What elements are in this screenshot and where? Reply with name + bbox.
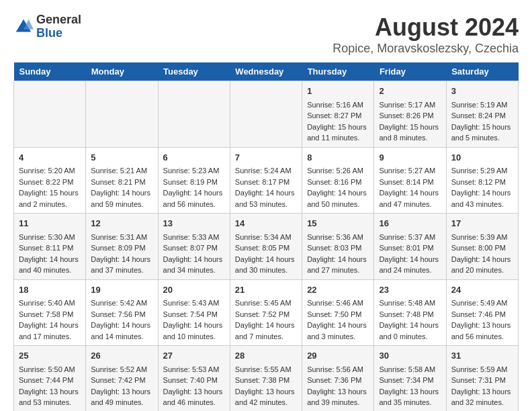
day-number: 28 [235, 349, 297, 363]
calendar-table: SundayMondayTuesdayWednesdayThursdayFrid… [13, 62, 519, 411]
day-info: and 47 minutes. [379, 199, 441, 210]
logo-blue: Blue [36, 27, 81, 40]
day-info: and 5 minutes. [451, 132, 513, 144]
day-info: Daylight: 14 hours [163, 254, 225, 265]
day-info: Sunset: 8:12 PM [451, 177, 513, 188]
calendar-cell: 4Sunrise: 5:20 AMSunset: 8:22 PMDaylight… [14, 147, 86, 214]
day-info: Sunset: 7:38 PM [235, 375, 297, 386]
day-info: Sunrise: 5:36 AM [307, 232, 369, 243]
day-info: and 42 minutes. [235, 397, 297, 408]
day-info: Sunset: 8:24 PM [451, 110, 513, 122]
calendar-cell: 15Sunrise: 5:36 AMSunset: 8:03 PMDayligh… [302, 214, 374, 280]
day-info: Sunset: 7:34 PM [379, 375, 441, 386]
day-info: Daylight: 15 hours [379, 122, 441, 133]
day-info: Sunset: 8:26 PM [379, 110, 441, 122]
day-info: Sunrise: 5:17 AM [379, 99, 441, 111]
day-info: Sunset: 8:05 PM [235, 242, 297, 254]
logo-text: General Blue [36, 13, 81, 40]
day-info: Sunrise: 5:46 AM [307, 298, 369, 309]
day-info: Sunrise: 5:58 AM [379, 364, 441, 375]
day-info: Daylight: 13 hours [235, 386, 297, 398]
page-header: General Blue August 2024 Ropice, Moravsk… [13, 13, 519, 56]
day-number: 18 [19, 283, 81, 297]
day-info: and 59 minutes. [91, 199, 152, 210]
day-number: 6 [163, 151, 225, 165]
day-info: Sunrise: 5:31 AM [91, 232, 152, 243]
day-number: 3 [451, 85, 513, 98]
title-block: August 2024 Ropice, Moravskoslezsky, Cze… [332, 13, 519, 56]
day-info: and 20 minutes. [451, 265, 513, 276]
calendar-cell: 9Sunrise: 5:27 AMSunset: 8:14 PMDaylight… [374, 147, 446, 214]
calendar-cell: 25Sunrise: 5:50 AMSunset: 7:44 PMDayligh… [14, 346, 86, 412]
calendar-cell: 3Sunrise: 5:19 AMSunset: 8:24 PMDaylight… [446, 81, 518, 148]
day-info: Daylight: 14 hours [451, 254, 513, 265]
day-info: Sunset: 7:54 PM [163, 309, 225, 320]
day-number: 22 [307, 283, 369, 297]
day-info: and 37 minutes. [91, 265, 152, 276]
day-info: Sunset: 7:31 PM [451, 375, 513, 386]
calendar-cell: 14Sunrise: 5:34 AMSunset: 8:05 PMDayligh… [230, 214, 302, 280]
col-header-tuesday: Tuesday [158, 62, 230, 81]
subtitle: Ropice, Moravskoslezsky, Czechia [332, 42, 519, 56]
day-info: and 34 minutes. [163, 265, 225, 276]
day-info: Daylight: 14 hours [379, 254, 441, 265]
calendar-cell: 23Sunrise: 5:48 AMSunset: 7:48 PMDayligh… [374, 279, 446, 346]
day-info: Daylight: 14 hours [91, 320, 152, 331]
day-info: Sunset: 7:58 PM [19, 309, 81, 320]
day-info: Daylight: 14 hours [307, 320, 369, 331]
day-info: Daylight: 14 hours [379, 320, 441, 331]
calendar-cell: 11Sunrise: 5:30 AMSunset: 8:11 PMDayligh… [14, 214, 86, 280]
week-row-2: 4Sunrise: 5:20 AMSunset: 8:22 PMDaylight… [14, 147, 519, 214]
day-info: Sunset: 7:56 PM [91, 309, 152, 320]
day-info: Daylight: 14 hours [19, 320, 81, 331]
day-number: 30 [379, 349, 441, 363]
calendar-cell: 10Sunrise: 5:29 AMSunset: 8:12 PMDayligh… [446, 147, 518, 214]
day-number: 19 [91, 283, 152, 297]
day-info: Sunset: 8:00 PM [451, 242, 513, 254]
day-info: Sunset: 8:16 PM [307, 177, 369, 188]
day-info: Daylight: 14 hours [19, 254, 81, 265]
col-header-friday: Friday [374, 62, 446, 81]
day-info: Sunrise: 5:26 AM [307, 165, 369, 177]
week-row-3: 11Sunrise: 5:30 AMSunset: 8:11 PMDayligh… [14, 214, 519, 280]
day-info: Sunset: 7:52 PM [235, 309, 297, 320]
day-info: Daylight: 13 hours [451, 320, 513, 331]
day-number: 1 [307, 85, 369, 98]
day-info: Daylight: 14 hours [379, 187, 441, 199]
day-info: and 53 minutes. [235, 199, 297, 210]
day-number: 31 [451, 349, 513, 363]
day-number: 26 [91, 349, 152, 363]
day-number: 9 [379, 151, 441, 165]
day-info: and 27 minutes. [307, 265, 369, 276]
day-info: Daylight: 14 hours [307, 254, 369, 265]
col-header-wednesday: Wednesday [230, 62, 302, 81]
day-info: Daylight: 15 hours [451, 122, 513, 133]
calendar-cell [158, 81, 230, 148]
logo-general: General [36, 13, 81, 27]
day-info: Sunrise: 5:24 AM [235, 165, 297, 177]
logo: General Blue [13, 13, 81, 40]
day-info: Daylight: 15 hours [19, 187, 81, 199]
day-number: 7 [235, 151, 297, 165]
calendar-cell: 30Sunrise: 5:58 AMSunset: 7:34 PMDayligh… [374, 346, 446, 412]
day-info: Sunrise: 5:49 AM [451, 298, 513, 309]
day-info: Sunset: 8:27 PM [307, 110, 369, 122]
day-info: and 46 minutes. [163, 397, 225, 408]
calendar-cell: 19Sunrise: 5:42 AMSunset: 7:56 PMDayligh… [86, 279, 158, 346]
calendar-cell [14, 81, 86, 148]
day-info: and 10 minutes. [163, 331, 225, 342]
calendar-cell: 18Sunrise: 5:40 AMSunset: 7:58 PMDayligh… [14, 279, 86, 346]
day-info: Sunrise: 5:37 AM [379, 232, 441, 243]
day-number: 13 [163, 217, 225, 230]
day-info: Sunrise: 5:45 AM [235, 298, 297, 309]
day-number: 27 [163, 349, 225, 363]
day-info: Daylight: 13 hours [379, 386, 441, 398]
calendar-cell: 21Sunrise: 5:45 AMSunset: 7:52 PMDayligh… [230, 279, 302, 346]
day-info: Sunset: 7:50 PM [307, 309, 369, 320]
day-info: Sunset: 7:40 PM [163, 375, 225, 386]
day-info: and 40 minutes. [19, 265, 81, 276]
day-number: 5 [91, 151, 152, 165]
day-info: Sunrise: 5:39 AM [451, 232, 513, 243]
day-info: and 0 minutes. [379, 331, 441, 342]
day-number: 20 [163, 283, 225, 297]
